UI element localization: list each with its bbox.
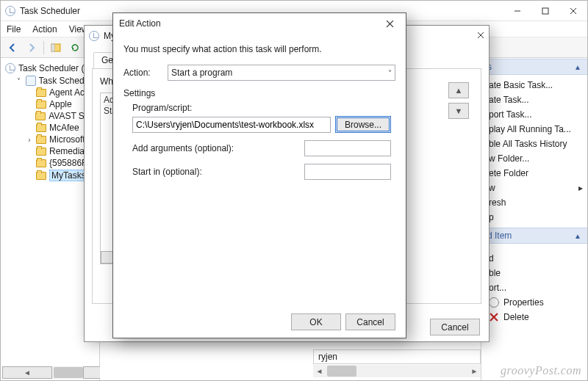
folder-icon <box>36 159 46 167</box>
action-view[interactable]: w <box>481 181 587 195</box>
menu-action[interactable]: Action <box>32 24 57 35</box>
chevron-up-icon[interactable]: ▲ <box>574 232 581 240</box>
clock-icon <box>5 63 15 73</box>
svg-rect-5 <box>51 44 54 51</box>
folder-icon <box>36 101 46 109</box>
actions-item-heading: d Item ▲ <box>481 228 587 244</box>
detail-scrollbar[interactable]: ◄► <box>313 365 481 377</box>
watermark: groovyPost.com <box>501 364 581 377</box>
action-combo-value: Start a program <box>171 68 232 78</box>
start-in-label: Start in (optional): <box>132 167 297 177</box>
action-export[interactable]: ort... <box>481 280 587 295</box>
window-title: Task Scheduler <box>20 6 80 16</box>
actions-pane: s ▲ ate Basic Task... ate Task... port T… <box>481 59 587 380</box>
app-icon <box>5 6 15 16</box>
maximize-button[interactable] <box>531 1 559 21</box>
edit-action-dialog: Edit Action You must specify what action… <box>112 12 406 338</box>
settings-legend: Settings <box>123 88 155 98</box>
close-button[interactable] <box>379 15 400 32</box>
toolbar-showhide-button[interactable] <box>47 40 65 56</box>
action-display-running[interactable]: play All Running Ta... <box>481 122 587 137</box>
library-icon <box>26 76 36 86</box>
gear-icon <box>489 297 499 308</box>
cancel-button[interactable]: Cancel <box>430 319 480 335</box>
dialog-title-bar[interactable]: Edit Action <box>113 13 406 34</box>
action-create-basic-task[interactable]: ate Basic Task... <box>481 78 587 92</box>
task-icon <box>89 31 99 41</box>
program-input[interactable] <box>132 117 331 133</box>
folder-icon <box>36 136 46 144</box>
actions-heading: s ▲ <box>481 59 587 75</box>
add-arguments-input[interactable] <box>304 140 391 156</box>
chevron-down-icon: ˅ <box>388 69 392 77</box>
move-up-button[interactable]: ▲ <box>448 82 469 98</box>
program-label: Program/script: <box>132 103 391 113</box>
expand-icon[interactable]: › <box>26 136 33 143</box>
nav-back-button[interactable] <box>4 40 21 56</box>
action-delete[interactable]: Delete <box>481 310 587 324</box>
folder-icon <box>36 148 46 156</box>
browse-button[interactable]: Browse... <box>335 116 391 133</box>
tree-scrollbar[interactable]: ◄► <box>2 366 98 379</box>
folder-icon <box>36 124 46 132</box>
expand-icon[interactable]: ˅ <box>15 77 23 84</box>
close-icon[interactable] <box>477 31 484 41</box>
action-properties[interactable]: Properties <box>481 295 587 310</box>
ok-button[interactable]: OK <box>291 313 341 330</box>
action-enable-history[interactable]: ble All Tasks History <box>481 137 587 151</box>
menu-file[interactable]: File <box>7 24 21 35</box>
main-window: Task Scheduler File Action View Task Sch… <box>0 0 588 381</box>
folder-icon <box>35 112 46 120</box>
action-refresh[interactable]: resh <box>481 195 587 210</box>
nav-forward-button[interactable] <box>23 40 40 56</box>
folder-icon <box>36 89 46 97</box>
chevron-up-icon[interactable]: ▲ <box>574 63 581 71</box>
delete-icon <box>489 312 499 322</box>
move-down-button[interactable]: ▼ <box>448 103 469 119</box>
action-help[interactable]: p <box>481 210 587 225</box>
start-in-input[interactable] <box>304 164 391 180</box>
svg-rect-1 <box>542 8 548 14</box>
action-new-folder[interactable]: w Folder... <box>481 151 587 166</box>
minimize-button[interactable] <box>503 1 531 21</box>
move-buttons: ▲ ▼ <box>448 82 470 103</box>
toolbar-refresh-button[interactable] <box>66 40 84 56</box>
action-combo[interactable]: Start a program ˅ <box>168 65 395 81</box>
add-arguments-label: Add arguments (optional): <box>132 143 297 153</box>
detail-user-field: ryjen <box>313 349 481 364</box>
dialog-title: Edit Action <box>119 18 161 29</box>
action-disable[interactable]: ble <box>481 266 587 280</box>
folder-icon <box>36 172 46 180</box>
action-label: Action: <box>123 68 162 78</box>
close-button[interactable] <box>559 1 587 21</box>
action-import-task[interactable]: port Task... <box>481 107 587 122</box>
action-create-task[interactable]: ate Task... <box>481 92 587 107</box>
action-delete-folder[interactable]: ete Folder <box>481 166 587 181</box>
intro-text: You must specify what action this task w… <box>123 44 395 54</box>
action-end[interactable]: d <box>481 251 587 266</box>
cancel-button[interactable]: Cancel <box>345 313 395 330</box>
